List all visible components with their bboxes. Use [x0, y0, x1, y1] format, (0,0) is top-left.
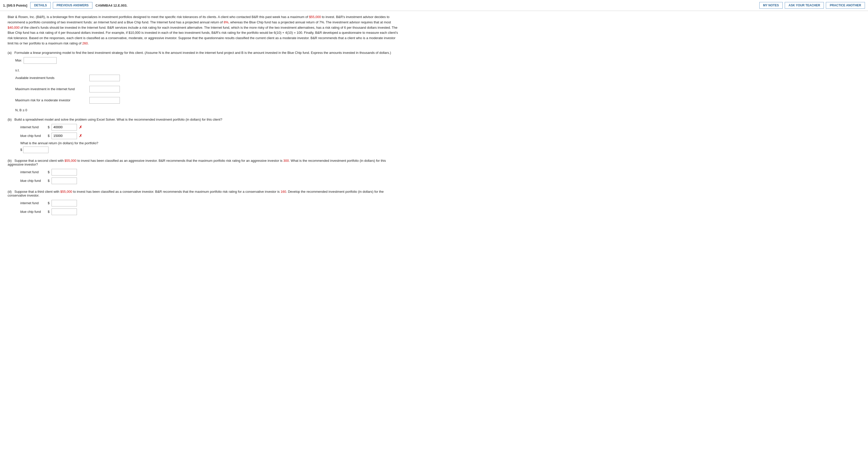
part-b-text: Build a spreadsheet model and solve the … — [14, 118, 222, 121]
problem-code: CAMMBA4 12.E.003. — [95, 4, 127, 7]
header-bar: 1. [0/0.5 Points] DETAILS PREVIOUS ANSWE… — [0, 0, 868, 11]
constraint2-input[interactable] — [89, 86, 120, 92]
part-d-text2: to invest has been classified as a conse… — [72, 190, 281, 193]
part-d-amount: $55,000 — [60, 190, 72, 193]
part-b-label: (b) Build a spreadsheet model and solve … — [8, 118, 399, 121]
amount2: $40,000 — [8, 26, 20, 29]
part-d-section: (d) Suppose that a third client with $55… — [8, 190, 399, 215]
internet-fund-row: internet fund $ ✗ — [20, 124, 399, 130]
blue-chip-fund-label: blue chip fund — [20, 134, 46, 138]
part-d-text1: Suppose that a third client with — [14, 190, 60, 193]
constraint3-row: Maximum risk for a moderate investor — [15, 97, 399, 103]
blue-chip-fund-input[interactable] — [52, 132, 77, 139]
internet-dollar-sign: $ — [48, 125, 50, 129]
max-label: Max — [15, 58, 22, 62]
annual-return-input[interactable] — [23, 147, 49, 153]
internet-fund-label: internet fund — [20, 125, 46, 129]
part-c-amount: $55,000 — [64, 159, 76, 162]
part-d-internet-row: internet fund $ — [20, 200, 399, 207]
part-c-section: (b) Suppose that a second client with $5… — [8, 159, 399, 184]
constraint3-label: Maximum risk for a moderate investor — [15, 98, 86, 102]
risk1: 260 — [82, 41, 88, 45]
part-d-prefix: (d) — [8, 190, 12, 193]
part-c-risk: 300 — [283, 159, 289, 162]
part-c-blue-chip-row: blue chip fund $ — [20, 178, 399, 184]
main-content: Blair & Rosen, Inc. (B&R), is a brokerag… — [0, 11, 406, 228]
constraint1-label: Available investment funds — [15, 76, 86, 80]
blue-chip-dollar-sign: $ — [48, 134, 50, 138]
part-d-internet-label: internet fund — [20, 201, 46, 205]
amount1: $55,000 — [309, 15, 321, 19]
part-d-blue-chip-input[interactable] — [52, 209, 77, 215]
part-b-section: (b) Build a spreadsheet model and solve … — [8, 118, 399, 153]
part-b-prefix: (b) — [8, 118, 12, 121]
annual-return-input-row: $ — [20, 147, 399, 153]
part-d-blue-chip-row: blue chip fund $ — [20, 209, 399, 215]
part-d-risk: 160 — [281, 190, 286, 193]
part-c-text1: Suppose that a second client with — [14, 159, 64, 162]
part-a-text: Formulate a linear programming model to … — [14, 51, 391, 55]
blue-chip-fund-wrong-icon[interactable]: ✗ — [79, 133, 82, 138]
constraint1-input[interactable] — [89, 74, 120, 81]
part-c-internet-row: internet fund $ — [20, 169, 399, 176]
part-d-label: (d) Suppose that a third client with $55… — [8, 190, 399, 197]
my-notes-button[interactable]: MY NOTES — [760, 2, 783, 9]
part-a-label: (a) Formulate a linear programming model… — [8, 51, 399, 55]
part-c-text2: to invest has been classified as an aggr… — [76, 159, 283, 162]
previous-answers-button[interactable]: PREVIOUS ANSWERS — [53, 2, 92, 9]
max-row: Max — [15, 57, 399, 64]
points-label: 1. [0/0.5 Points] — [3, 4, 27, 7]
problem-text-intro: Blair & Rosen, Inc. (B&R), is a brokerag… — [8, 15, 309, 19]
blue-chip-fund-row: blue chip fund $ ✗ — [20, 132, 399, 139]
part-c-blue-chip-input[interactable] — [52, 178, 77, 184]
part-c-internet-input[interactable] — [52, 169, 77, 176]
problem-text4: of the client's funds should be invested… — [8, 26, 398, 45]
part-a-prefix: (a) — [8, 51, 12, 55]
part-a-section: (a) Formulate a linear programming model… — [8, 51, 399, 112]
st-label: s.t. — [15, 68, 399, 72]
part-d-blue-chip-label: blue chip fund — [20, 210, 46, 214]
constraint2-row: Maximum investment in the internet fund — [15, 86, 399, 92]
part-c-blue-chip-label: blue chip fund — [20, 179, 46, 183]
nonneg-label: N, B ≥ 0 — [15, 108, 399, 112]
internet-fund-wrong-icon[interactable]: ✗ — [79, 125, 82, 129]
constraint3-input[interactable] — [89, 97, 120, 103]
problem-text3: , whereas the Blue Chip fund has a proje… — [228, 20, 391, 24]
constraint1-row: Available investment funds — [15, 74, 399, 81]
internet-fund-input[interactable] — [52, 124, 77, 130]
part-d-internet-input[interactable] — [52, 200, 77, 207]
part-c-internet-label: internet fund — [20, 170, 46, 174]
part-c-label: (b) Suppose that a second client with $5… — [8, 159, 399, 166]
constraint2-label: Maximum investment in the internet fund — [15, 87, 86, 91]
problem-paragraph: Blair & Rosen, Inc. (B&R), is a brokerag… — [8, 14, 399, 46]
annual-dollar-sign: $ — [20, 148, 22, 152]
part-c-prefix: (b) — [8, 159, 12, 162]
ask-teacher-button[interactable]: ASK YOUR TEACHER — [785, 2, 824, 9]
return1: 8% — [224, 20, 228, 24]
max-input[interactable] — [24, 57, 57, 64]
practice-another-button[interactable]: PRACTICE ANOTHER — [826, 2, 865, 9]
details-button[interactable]: DETAILS — [30, 2, 51, 9]
annual-return-question: What is the annual return (in dollars) f… — [20, 141, 399, 145]
problem-text5: . — [88, 41, 89, 45]
